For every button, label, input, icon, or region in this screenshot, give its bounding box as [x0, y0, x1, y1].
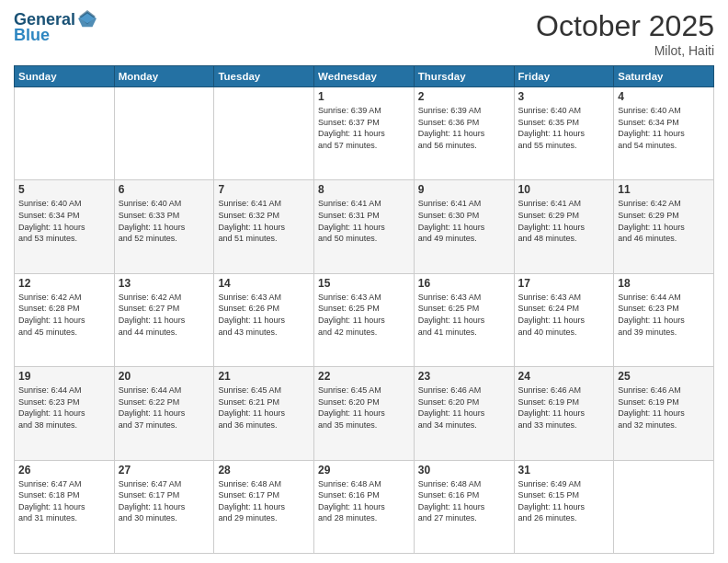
day-info: Sunrise: 6:48 AM Sunset: 6:16 PM Dayligh… [418, 478, 510, 524]
day-info: Sunrise: 6:46 AM Sunset: 6:19 PM Dayligh… [518, 385, 610, 431]
day-info: Sunrise: 6:43 AM Sunset: 6:26 PM Dayligh… [218, 292, 310, 338]
calendar-cell [15, 87, 115, 180]
calendar: SundayMondayTuesdayWednesdayThursdayFrid… [14, 65, 714, 554]
day-number: 11 [618, 183, 710, 196]
day-info: Sunrise: 6:47 AM Sunset: 6:17 PM Dayligh… [119, 478, 210, 524]
day-number: 9 [418, 183, 510, 196]
header: General Blue October 2025 Milot, Haiti [14, 9, 714, 58]
header-cell-wednesday: Wednesday [314, 66, 415, 87]
header-cell-monday: Monday [114, 66, 214, 87]
day-number: 6 [119, 183, 210, 196]
day-info: Sunrise: 6:43 AM Sunset: 6:25 PM Dayligh… [318, 292, 410, 338]
day-number: 30 [418, 464, 510, 477]
calendar-cell: 17Sunrise: 6:43 AM Sunset: 6:24 PM Dayli… [514, 273, 614, 366]
calendar-cell: 25Sunrise: 6:46 AM Sunset: 6:19 PM Dayli… [614, 367, 714, 460]
header-cell-tuesday: Tuesday [214, 66, 314, 87]
calendar-cell: 8Sunrise: 6:41 AM Sunset: 6:31 PM Daylig… [314, 180, 415, 273]
day-info: Sunrise: 6:48 AM Sunset: 6:16 PM Dayligh… [318, 478, 410, 524]
day-info: Sunrise: 6:39 AM Sunset: 6:37 PM Dayligh… [318, 105, 410, 151]
day-info: Sunrise: 6:39 AM Sunset: 6:36 PM Dayligh… [418, 105, 510, 151]
day-number: 26 [18, 464, 110, 477]
calendar-cell: 21Sunrise: 6:45 AM Sunset: 6:21 PM Dayli… [214, 367, 314, 460]
day-number: 15 [318, 277, 410, 290]
calendar-cell: 16Sunrise: 6:43 AM Sunset: 6:25 PM Dayli… [414, 273, 514, 366]
calendar-cell: 14Sunrise: 6:43 AM Sunset: 6:26 PM Dayli… [214, 273, 314, 366]
day-info: Sunrise: 6:45 AM Sunset: 6:21 PM Dayligh… [218, 385, 310, 431]
day-info: Sunrise: 6:46 AM Sunset: 6:19 PM Dayligh… [618, 385, 710, 431]
logo: General Blue [14, 9, 97, 45]
day-info: Sunrise: 6:41 AM Sunset: 6:31 PM Dayligh… [318, 198, 410, 244]
calendar-cell: 29Sunrise: 6:48 AM Sunset: 6:16 PM Dayli… [314, 460, 415, 553]
day-number: 22 [318, 370, 410, 383]
day-info: Sunrise: 6:47 AM Sunset: 6:18 PM Dayligh… [18, 478, 110, 524]
day-number: 7 [218, 183, 310, 196]
day-info: Sunrise: 6:41 AM Sunset: 6:30 PM Dayligh… [418, 198, 510, 244]
day-number: 1 [318, 90, 410, 103]
calendar-cell: 12Sunrise: 6:42 AM Sunset: 6:28 PM Dayli… [15, 273, 115, 366]
calendar-cell: 7Sunrise: 6:41 AM Sunset: 6:32 PM Daylig… [214, 180, 314, 273]
calendar-cell: 11Sunrise: 6:42 AM Sunset: 6:29 PM Dayli… [614, 180, 714, 273]
day-number: 18 [618, 277, 710, 290]
header-cell-thursday: Thursday [414, 66, 514, 87]
header-cell-saturday: Saturday [614, 66, 714, 87]
day-info: Sunrise: 6:40 AM Sunset: 6:35 PM Dayligh… [518, 105, 610, 151]
calendar-cell: 10Sunrise: 6:41 AM Sunset: 6:29 PM Dayli… [514, 180, 614, 273]
day-info: Sunrise: 6:46 AM Sunset: 6:20 PM Dayligh… [418, 385, 510, 431]
day-number: 28 [218, 464, 310, 477]
calendar-body: 1Sunrise: 6:39 AM Sunset: 6:37 PM Daylig… [15, 87, 714, 554]
day-number: 3 [518, 90, 610, 103]
day-number: 8 [318, 183, 410, 196]
calendar-cell: 18Sunrise: 6:44 AM Sunset: 6:23 PM Dayli… [614, 273, 714, 366]
calendar-cell: 24Sunrise: 6:46 AM Sunset: 6:19 PM Dayli… [514, 367, 614, 460]
day-number: 12 [18, 277, 110, 290]
calendar-cell: 2Sunrise: 6:39 AM Sunset: 6:36 PM Daylig… [414, 87, 514, 180]
day-info: Sunrise: 6:49 AM Sunset: 6:15 PM Dayligh… [518, 478, 610, 524]
calendar-header-row: SundayMondayTuesdayWednesdayThursdayFrid… [15, 66, 714, 87]
calendar-cell: 13Sunrise: 6:42 AM Sunset: 6:27 PM Dayli… [114, 273, 214, 366]
day-number: 31 [518, 464, 610, 477]
week-row-2: 12Sunrise: 6:42 AM Sunset: 6:28 PM Dayli… [15, 273, 714, 366]
calendar-cell: 15Sunrise: 6:43 AM Sunset: 6:25 PM Dayli… [314, 273, 415, 366]
calendar-cell: 28Sunrise: 6:48 AM Sunset: 6:17 PM Dayli… [214, 460, 314, 553]
calendar-cell: 30Sunrise: 6:48 AM Sunset: 6:16 PM Dayli… [414, 460, 514, 553]
calendar-cell: 9Sunrise: 6:41 AM Sunset: 6:30 PM Daylig… [414, 180, 514, 273]
day-number: 27 [119, 464, 210, 477]
day-number: 19 [18, 370, 110, 383]
day-info: Sunrise: 6:45 AM Sunset: 6:20 PM Dayligh… [318, 385, 410, 431]
calendar-cell: 1Sunrise: 6:39 AM Sunset: 6:37 PM Daylig… [314, 87, 415, 180]
location: Milot, Haiti [536, 43, 714, 58]
day-info: Sunrise: 6:44 AM Sunset: 6:22 PM Dayligh… [119, 385, 210, 431]
day-number: 4 [618, 90, 710, 103]
day-info: Sunrise: 6:41 AM Sunset: 6:32 PM Dayligh… [218, 198, 310, 244]
day-info: Sunrise: 6:40 AM Sunset: 6:33 PM Dayligh… [119, 198, 210, 244]
week-row-1: 5Sunrise: 6:40 AM Sunset: 6:34 PM Daylig… [15, 180, 714, 273]
day-number: 10 [518, 183, 610, 196]
calendar-cell [214, 87, 314, 180]
calendar-cell: 31Sunrise: 6:49 AM Sunset: 6:15 PM Dayli… [514, 460, 614, 553]
week-row-4: 26Sunrise: 6:47 AM Sunset: 6:18 PM Dayli… [15, 460, 714, 553]
calendar-cell: 23Sunrise: 6:46 AM Sunset: 6:20 PM Dayli… [414, 367, 514, 460]
calendar-cell [114, 87, 214, 180]
calendar-cell: 4Sunrise: 6:40 AM Sunset: 6:34 PM Daylig… [614, 87, 714, 180]
day-info: Sunrise: 6:42 AM Sunset: 6:29 PM Dayligh… [618, 198, 710, 244]
day-number: 25 [618, 370, 710, 383]
header-cell-sunday: Sunday [15, 66, 115, 87]
day-info: Sunrise: 6:42 AM Sunset: 6:28 PM Dayligh… [18, 292, 110, 338]
day-info: Sunrise: 6:43 AM Sunset: 6:25 PM Dayligh… [418, 292, 510, 338]
day-number: 29 [318, 464, 410, 477]
calendar-cell: 26Sunrise: 6:47 AM Sunset: 6:18 PM Dayli… [15, 460, 115, 553]
day-number: 5 [18, 183, 110, 196]
day-info: Sunrise: 6:44 AM Sunset: 6:23 PM Dayligh… [18, 385, 110, 431]
day-number: 16 [418, 277, 510, 290]
day-info: Sunrise: 6:42 AM Sunset: 6:27 PM Dayligh… [119, 292, 210, 338]
month-title: October 2025 [536, 9, 714, 43]
calendar-cell: 19Sunrise: 6:44 AM Sunset: 6:23 PM Dayli… [15, 367, 115, 460]
day-info: Sunrise: 6:41 AM Sunset: 6:29 PM Dayligh… [518, 198, 610, 244]
day-info: Sunrise: 6:40 AM Sunset: 6:34 PM Dayligh… [618, 105, 710, 151]
day-number: 13 [119, 277, 210, 290]
calendar-cell [614, 460, 714, 553]
logo-icon [77, 9, 97, 29]
title-block: October 2025 Milot, Haiti [536, 9, 714, 58]
day-info: Sunrise: 6:43 AM Sunset: 6:24 PM Dayligh… [518, 292, 610, 338]
calendar-cell: 27Sunrise: 6:47 AM Sunset: 6:17 PM Dayli… [114, 460, 214, 553]
